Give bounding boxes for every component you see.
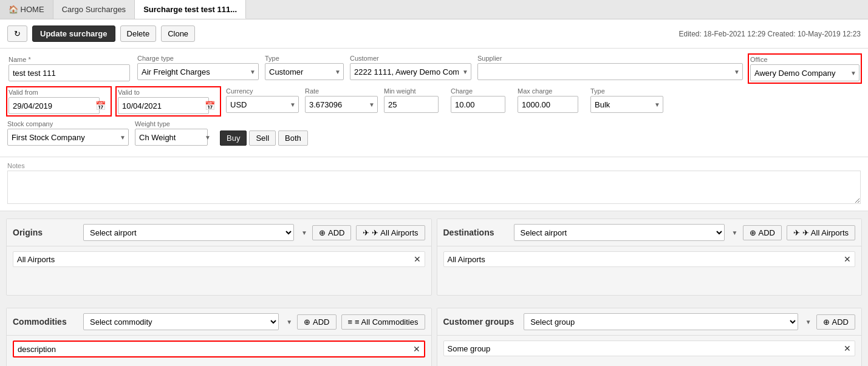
office-select[interactable]: Awery Demo Company [750, 64, 859, 81]
destinations-plus-icon: ⊕ [750, 228, 756, 237]
form-area: Name * Charge type Air Freight Charges ▼… [0, 49, 868, 157]
list-item: Some group ✕ [443, 341, 856, 356]
refresh-button[interactable]: ↻ [7, 25, 27, 42]
charge-type-label: Charge type [137, 55, 259, 62]
buy-button[interactable]: Buy [220, 130, 247, 146]
commodities-all-label: ≡ All Commodities [355, 317, 418, 327]
customer-groups-panel-header: Customer groups Select group ▼ ⊕ ADD [437, 308, 862, 336]
refresh-icon: ↻ [14, 29, 21, 38]
supplier-select[interactable] [477, 63, 743, 80]
commodities-select-chevron: ▼ [286, 319, 292, 325]
sell-button[interactable]: Sell [249, 130, 276, 146]
type2-select[interactable]: Bulk [590, 96, 663, 113]
supplier-label: Supplier [477, 55, 743, 62]
origins-plus-icon: ⊕ [319, 228, 326, 237]
clone-button[interactable]: Clone [161, 25, 195, 42]
commodities-panel: Commodities Select commodity ▼ ⊕ ADD ≡ ≡… [6, 308, 432, 366]
origins-add-label: ADD [328, 228, 344, 237]
customer-groups-item-remove[interactable]: ✕ [844, 344, 851, 353]
valid-to-calendar-icon[interactable]: 📅 [205, 101, 215, 110]
customer-groups-select[interactable]: Select group [524, 313, 798, 330]
origins-title: Origins [13, 228, 73, 237]
office-label: Office [750, 56, 859, 63]
name-label: Name * [9, 56, 130, 63]
destinations-airport-select[interactable]: Select airport [514, 224, 725, 241]
commodities-panel-body: description ✕ [7, 336, 431, 366]
list-item: description ✕ [13, 341, 425, 358]
destinations-all-airports-button[interactable]: ✈ ✈ All Airports [787, 225, 855, 240]
destinations-add-button[interactable]: ⊕ ADD [743, 225, 782, 240]
origins-airport-select[interactable]: Select airport [83, 224, 294, 241]
weight-type-label: Weight type [135, 120, 214, 127]
destinations-item-remove[interactable]: ✕ [844, 254, 851, 264]
commodities-title: Commodities [13, 317, 73, 327]
stock-company-select[interactable]: First Stock Company [7, 129, 129, 146]
customer-groups-add-button[interactable]: ⊕ ADD [816, 314, 855, 330]
destinations-panel: Destinations Select airport ▼ ⊕ ADD ✈ ✈ … [437, 219, 863, 296]
tab-surcharge-test[interactable]: Surcharge test test 111... [135, 0, 246, 19]
origins-all-label: ✈ All Airports [372, 228, 418, 237]
destinations-item-text: All Airports [448, 255, 485, 264]
commodities-item-text: description [18, 345, 56, 354]
commodities-select[interactable]: Select commodity [83, 313, 279, 330]
commodities-add-label: ADD [313, 317, 329, 327]
origins-item-text: All Airports [17, 255, 55, 264]
valid-to-input[interactable] [118, 97, 209, 114]
valid-to-label: Valid to [118, 89, 219, 96]
customer-groups-panel: Customer groups Select group ▼ ⊕ ADD Som… [437, 308, 863, 366]
tab-cargo-surcharges[interactable]: Cargo Surcharges [53, 0, 135, 19]
origins-plane-icon: ✈ [363, 228, 369, 237]
rate-label: Rate [305, 87, 378, 95]
min-weight-input[interactable] [384, 96, 439, 113]
notes-textarea[interactable] [7, 171, 861, 204]
name-input[interactable] [9, 64, 130, 81]
customer-select[interactable]: 2222 1111, Awery Demo Comp... [350, 63, 471, 80]
rate-select[interactable]: 3.673096 [305, 96, 378, 113]
panels-container-2: Commodities Select commodity ▼ ⊕ ADD ≡ ≡… [0, 300, 868, 366]
customer-groups-panel-body: Some group ✕ [437, 336, 862, 366]
update-surcharge-button[interactable]: Update surcharge [32, 25, 115, 42]
customer-groups-select-chevron: ▼ [805, 319, 812, 325]
charge-type-select[interactable]: Air Freight Charges [137, 63, 259, 80]
type-select[interactable]: Customer [265, 63, 344, 80]
origins-item-remove[interactable]: ✕ [414, 254, 421, 264]
destinations-plane-icon: ✈ [793, 228, 800, 237]
toolbar: ↻ Update surcharge Delete Clone Edited: … [0, 19, 868, 49]
max-charge-label: Max charge [518, 87, 584, 95]
list-item: All Airports ✕ [13, 251, 425, 267]
destinations-title: Destinations [443, 228, 504, 237]
commodities-add-button[interactable]: ⊕ ADD [297, 314, 336, 330]
origins-all-airports-button[interactable]: ✈ ✈ All Airports [356, 225, 425, 240]
destinations-select-chevron: ▼ [732, 229, 738, 236]
min-weight-label: Min weight [384, 87, 445, 95]
valid-from-calendar-icon[interactable]: 📅 [95, 101, 106, 110]
origins-panel-header: Origins Select airport ▼ ⊕ ADD ✈ ✈ All A… [7, 219, 431, 246]
max-charge-input[interactable] [518, 96, 578, 113]
notes-label: Notes [7, 162, 861, 169]
valid-from-input[interactable] [9, 97, 100, 114]
destinations-panel-body: All Airports ✕ [437, 246, 862, 295]
customer-groups-plus-icon: ⊕ [823, 317, 830, 327]
delete-button[interactable]: Delete [120, 25, 157, 42]
origins-select-chevron: ▼ [301, 229, 307, 236]
customer-groups-add-label: ADD [832, 317, 849, 327]
origins-add-button[interactable]: ⊕ ADD [312, 225, 351, 240]
stock-company-label: Stock company [7, 120, 129, 127]
charge-input[interactable] [451, 96, 505, 113]
edit-info: Edited: 18-Feb-2021 12:29 Created: 10-Ma… [678, 30, 861, 38]
commodities-plus-icon: ⊕ [304, 317, 310, 327]
destinations-all-label: ✈ All Airports [802, 228, 849, 237]
commodities-table-icon: ≡ [348, 317, 353, 327]
commodities-all-button[interactable]: ≡ ≡ All Commodities [341, 314, 425, 330]
origins-panel-body: All Airports ✕ [7, 246, 431, 295]
destinations-add-label: ADD [759, 228, 775, 237]
type2-label: Type [590, 87, 663, 95]
currency-select[interactable]: USD [226, 96, 299, 113]
both-button[interactable]: Both [278, 130, 308, 146]
tab-home[interactable]: 🏠 HOME [0, 0, 53, 19]
notes-area: Notes [0, 157, 868, 211]
weight-type-select[interactable]: Ch Weight [135, 129, 208, 146]
buy-sell-group: Buy Sell Both [220, 130, 308, 146]
commodities-item-remove[interactable]: ✕ [413, 344, 420, 354]
customer-groups-title: Customer groups [443, 317, 514, 327]
